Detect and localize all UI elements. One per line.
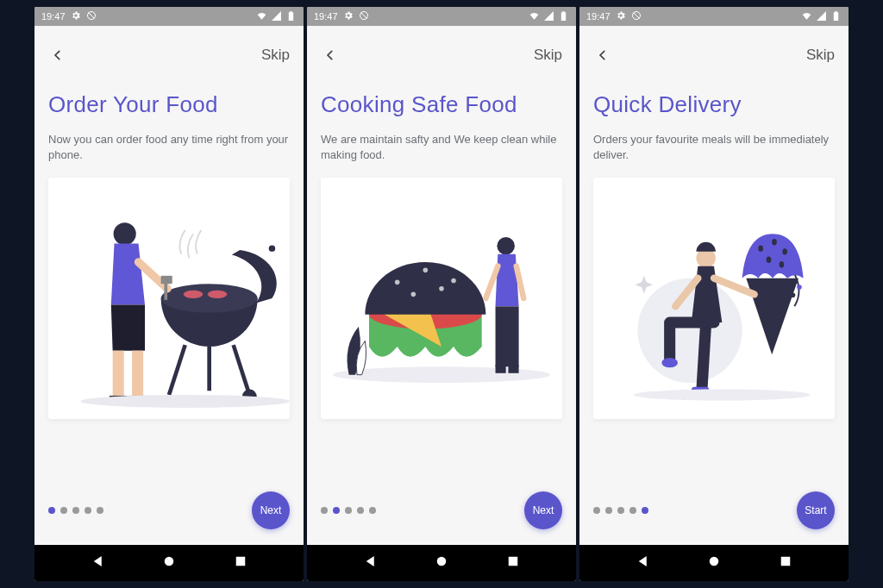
svg-point-28 (439, 286, 444, 291)
skip-button[interactable]: Skip (261, 47, 290, 64)
svg-point-33 (437, 557, 447, 566)
svg-rect-12 (132, 351, 143, 397)
dot (48, 507, 55, 514)
svg-point-25 (423, 268, 429, 273)
back-button[interactable] (321, 42, 340, 68)
page-title: Order Your Food (48, 91, 290, 118)
illustration-icecream (593, 178, 835, 419)
onboarding-screen-2: 19:47 Skip Cooking Safe Food We are main… (307, 7, 576, 581)
svg-point-3 (184, 291, 203, 298)
dot (642, 507, 648, 514)
dot (593, 507, 600, 514)
svg-point-24 (395, 280, 400, 285)
start-button[interactable]: Start (797, 491, 835, 529)
dot (617, 507, 624, 514)
app-body: Skip Quick Delivery Orders your favourit… (579, 26, 849, 545)
back-button[interactable] (593, 42, 612, 68)
wifi-icon (801, 10, 812, 23)
page-description: Orders your favourite meals will be imme… (593, 132, 835, 162)
svg-point-45 (767, 257, 772, 263)
gear-icon (343, 10, 354, 22)
battery-icon (558, 10, 569, 23)
next-button[interactable]: Next (252, 491, 290, 529)
signal-icon (816, 10, 827, 23)
dot (369, 507, 376, 514)
svg-point-27 (411, 292, 416, 297)
svg-point-5 (269, 245, 275, 251)
dot (345, 507, 352, 514)
svg-point-10 (114, 222, 136, 245)
svg-point-51 (634, 390, 811, 401)
back-button[interactable] (48, 42, 67, 68)
svg-rect-11 (113, 351, 124, 397)
gear-icon (71, 10, 81, 22)
svg-line-36 (633, 13, 639, 19)
skip-button[interactable]: Skip (534, 47, 562, 64)
page-title: Quick Delivery (593, 91, 835, 118)
no-location-icon (86, 10, 97, 22)
svg-point-43 (772, 239, 777, 245)
svg-rect-34 (508, 557, 517, 566)
nav-back-icon[interactable] (636, 554, 651, 572)
svg-rect-16 (161, 276, 172, 284)
nav-recent-icon[interactable] (233, 554, 248, 572)
gear-icon (616, 10, 626, 22)
svg-point-18 (165, 557, 174, 566)
next-button[interactable]: Next (524, 491, 562, 529)
battery-icon (285, 10, 297, 23)
no-location-icon (359, 10, 369, 22)
svg-point-2 (161, 284, 258, 313)
nav-back-icon[interactable] (91, 554, 106, 572)
android-nav-bar (579, 545, 849, 581)
svg-line-6 (169, 345, 185, 395)
svg-point-4 (208, 291, 227, 298)
svg-point-52 (710, 557, 719, 566)
app-body: Skip Cooking Safe Food We are maintain s… (307, 26, 576, 545)
page-description: Now you can order food any time right fr… (48, 132, 290, 162)
android-nav-bar (307, 545, 576, 581)
skip-button[interactable]: Skip (806, 47, 835, 64)
status-time: 19:47 (314, 11, 338, 22)
dot (357, 507, 364, 514)
dot (60, 507, 67, 514)
svg-point-26 (451, 278, 456, 284)
signal-icon (271, 10, 282, 23)
illustration-burger (321, 178, 562, 419)
dot (629, 507, 636, 514)
nav-home-icon[interactable] (161, 554, 177, 572)
dot (97, 507, 103, 514)
page-description: We are maintain safty and We keep clean … (321, 132, 562, 162)
svg-point-46 (780, 261, 785, 267)
dot (333, 507, 340, 514)
nav-recent-icon[interactable] (505, 554, 521, 572)
dot (72, 507, 79, 514)
dot (85, 507, 91, 514)
status-bar: 19:47 (307, 7, 576, 26)
onboarding-screen-3: 19:47 Skip Quick Delivery Orders your fa… (579, 7, 849, 581)
svg-rect-32 (508, 366, 518, 373)
battery-icon (830, 10, 842, 23)
status-time: 19:47 (586, 11, 611, 22)
svg-point-17 (80, 395, 290, 408)
svg-point-40 (797, 285, 802, 290)
status-bar: 19:47 (579, 7, 849, 26)
wifi-icon (256, 10, 267, 23)
svg-point-42 (758, 245, 763, 251)
svg-rect-30 (496, 306, 519, 366)
onboarding-screen-1: 19:47 Skip Order Your Food Now you can o… (34, 7, 304, 581)
status-bar: 19:47 (34, 7, 304, 26)
nav-home-icon[interactable] (706, 554, 722, 572)
dot (605, 507, 612, 514)
page-indicator (321, 507, 376, 514)
nav-home-icon[interactable] (434, 554, 449, 572)
nav-back-icon[interactable] (363, 554, 379, 572)
svg-line-21 (360, 13, 366, 19)
no-location-icon (631, 10, 642, 22)
svg-rect-19 (235, 557, 245, 566)
dot (321, 507, 328, 514)
page-title: Cooking Safe Food (321, 91, 562, 118)
nav-recent-icon[interactable] (778, 554, 793, 572)
svg-point-29 (497, 237, 515, 255)
svg-point-44 (782, 248, 787, 254)
signal-icon (543, 10, 554, 23)
